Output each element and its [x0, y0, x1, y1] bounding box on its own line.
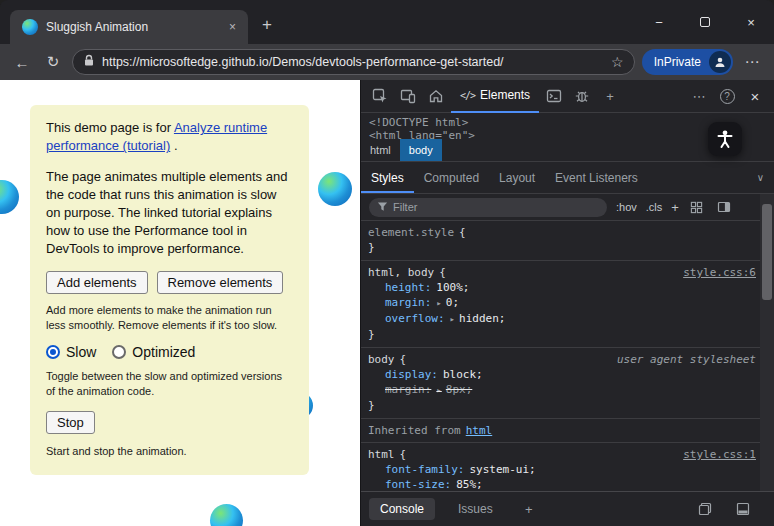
property-name[interactable]: font-size: — [385, 478, 451, 491]
property-name[interactable]: margin: — [385, 296, 431, 309]
slow-radio[interactable] — [46, 345, 60, 359]
rule-selector[interactable]: html, body — [368, 266, 434, 279]
computed-sidebar-icon[interactable] — [715, 194, 733, 220]
rule-selector[interactable]: element.style — [368, 226, 454, 239]
devtools-scrollbar[interactable] — [760, 194, 774, 491]
stop-help-text: Start and stop the animation. — [46, 444, 293, 459]
intro-text: This demo page is for Analyze runtime pe… — [46, 119, 293, 155]
property-value[interactable]: 85%; — [456, 478, 483, 491]
profile-avatar[interactable] — [709, 51, 731, 73]
browser-menu-button[interactable]: ⋯ — [740, 53, 764, 71]
help-icon[interactable]: ? — [714, 83, 740, 109]
devtools-toolbar: </> Elements + ⋯ ? × — [361, 80, 774, 113]
optimized-radio[interactable] — [112, 345, 126, 359]
tab-strip: Sluggish Animation × + − × — [0, 0, 774, 44]
chevron-down-icon[interactable]: ∨ — [757, 172, 764, 183]
filter-input[interactable] — [393, 201, 599, 213]
style-rule-element: element.style{ } — [361, 221, 774, 261]
devtools-menu-icon[interactable]: ⋯ — [686, 83, 712, 109]
stylesheet-link[interactable]: style.css:6 — [683, 265, 756, 280]
inprivate-badge[interactable]: InPrivate — [642, 49, 733, 75]
breadcrumb-body[interactable]: body — [400, 139, 442, 161]
lock-icon — [83, 53, 95, 71]
favorite-star-icon[interactable]: ☆ — [611, 54, 624, 70]
property-name[interactable]: display: — [385, 368, 438, 381]
rule-selector[interactable]: body — [368, 353, 395, 366]
expand-arrow-icon[interactable]: ▸ — [436, 385, 441, 395]
address-bar[interactable]: https://microsoftedge.github.io/Demos/de… — [72, 49, 635, 75]
close-brace: } — [368, 399, 375, 412]
grid-overlay-icon[interactable] — [688, 194, 706, 220]
property-name[interactable]: font-family: — [385, 463, 464, 476]
property-value[interactable]: hidden; — [459, 312, 505, 325]
browser-tab[interactable]: Sluggish Animation × — [10, 10, 248, 44]
more-tabs-icon[interactable]: + — [597, 83, 623, 109]
property-name[interactable]: height: — [385, 281, 431, 294]
more-drawer-tabs-icon[interactable]: + — [516, 496, 542, 522]
rule-close-line: } — [361, 327, 774, 342]
property-value[interactable]: block; — [443, 368, 483, 381]
rule-selector[interactable]: html — [368, 448, 395, 461]
filter-funnel-icon — [377, 198, 388, 216]
hov-toggle[interactable]: :hov — [616, 201, 637, 213]
tab-event-listeners[interactable]: Event Listeners — [545, 162, 648, 193]
inspect-element-icon[interactable] — [367, 83, 393, 109]
css-property: height:100%; — [361, 280, 774, 295]
cls-toggle[interactable]: .cls — [646, 201, 663, 213]
tab-close-icon[interactable]: × — [225, 20, 240, 34]
property-name[interactable]: margin: — [385, 383, 431, 396]
refresh-button[interactable]: ↻ — [41, 53, 65, 71]
expand-arrow-icon[interactable]: ▸ — [436, 298, 441, 308]
tab-elements[interactable]: </> Elements — [451, 80, 539, 113]
property-value[interactable]: system-ui; — [469, 463, 535, 476]
breadcrumb-html[interactable]: html — [361, 139, 400, 161]
debugger-bug-icon[interactable] — [569, 83, 595, 109]
accessibility-icon[interactable] — [708, 122, 742, 156]
back-button[interactable]: ← — [10, 54, 34, 71]
tab-layout[interactable]: Layout — [489, 162, 545, 193]
remove-elements-button[interactable]: Remove elements — [157, 271, 284, 294]
new-style-rule-icon[interactable]: + — [671, 200, 679, 215]
styles-sidebar-tabs: Styles Computed Layout Event Listeners ∨ — [361, 161, 774, 194]
property-value[interactable]: 8px; — [446, 383, 473, 396]
console-tab-icon[interactable] — [541, 83, 567, 109]
property-value[interactable]: 0; — [446, 296, 459, 309]
css-property: display:block; — [361, 367, 774, 382]
stylesheet-link[interactable]: style.css:1 — [683, 447, 756, 462]
animated-edge-logo — [0, 180, 19, 214]
style-rule-html-body: html, body{style.css:6 height:100%; marg… — [361, 261, 774, 348]
tab-console[interactable]: Console — [369, 498, 435, 520]
inherited-node-link[interactable]: html — [466, 424, 493, 437]
tab-styles[interactable]: Styles — [361, 162, 414, 193]
slow-radio-label[interactable]: Slow — [66, 344, 96, 360]
close-button[interactable]: × — [728, 0, 774, 44]
tab-issues[interactable]: Issues — [447, 498, 504, 520]
minimize-button[interactable]: − — [636, 0, 682, 44]
styles-filter[interactable] — [369, 198, 607, 217]
help-glyph: ? — [720, 89, 735, 104]
css-property: margin:▸0; — [361, 295, 774, 311]
animated-edge-logo — [210, 504, 243, 526]
open-brace: { — [400, 353, 407, 366]
property-name[interactable]: overflow: — [385, 312, 445, 325]
inherited-section-header: Inherited fromhtml — [361, 419, 774, 443]
page-viewport: This demo page is for Analyze runtime pe… — [0, 80, 360, 526]
tab-computed[interactable]: Computed — [414, 162, 489, 193]
new-tab-button[interactable]: + — [262, 15, 272, 35]
dock-bottom-icon[interactable] — [730, 496, 756, 522]
stop-button[interactable]: Stop — [46, 411, 95, 434]
welcome-home-icon[interactable] — [423, 83, 449, 109]
expand-arrow-icon[interactable]: ▸ — [450, 314, 455, 324]
user-agent-stylesheet-label: user agent stylesheet — [617, 352, 756, 367]
optimized-radio-label[interactable]: Optimized — [132, 344, 195, 360]
devtools-close-icon[interactable]: × — [742, 83, 768, 109]
add-elements-button[interactable]: Add elements — [46, 271, 148, 294]
scrollbar-thumb[interactable] — [762, 204, 772, 300]
maximize-icon — [700, 17, 710, 27]
maximize-button[interactable] — [682, 0, 728, 44]
device-emulation-icon[interactable] — [395, 83, 421, 109]
property-value[interactable]: 100%; — [436, 281, 469, 294]
elements-tab-label: Elements — [480, 88, 530, 102]
dock-side-icon[interactable] — [692, 496, 718, 522]
rule-selector-line: html, body{style.css:6 — [361, 265, 774, 280]
